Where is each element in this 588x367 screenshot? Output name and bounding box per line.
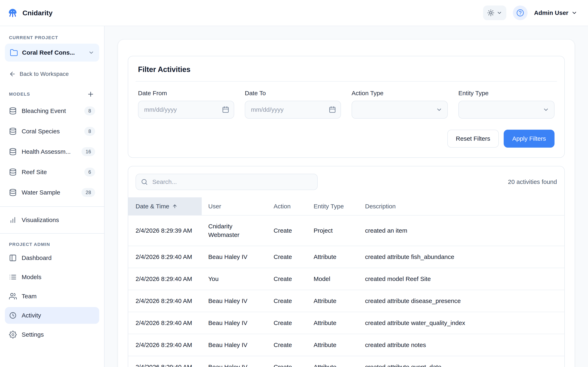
action-type-select[interactable] <box>352 101 448 119</box>
cell-datetime: 2/4/2026 8:29:39 AM <box>128 215 202 246</box>
activities-count: 20 activities found <box>508 178 557 185</box>
model-count-badge: 8 <box>84 106 95 115</box>
header-actions: Admin User <box>483 6 577 20</box>
activity-row: 2/4/2026 8:29:40 AM Beau Haley IV Create… <box>128 312 564 334</box>
sidebar-model-item[interactable]: Coral Species 8 <box>5 122 99 140</box>
cell-datetime: 2/4/2026 8:29:40 AM <box>128 356 202 367</box>
cell-user: Cnidarity Webmaster <box>202 215 267 246</box>
date-to-field: Date To <box>245 90 341 120</box>
sidebar-model-item[interactable]: Reef Site 6 <box>5 163 99 181</box>
model-count-badge: 28 <box>81 188 95 197</box>
sidebar-divider <box>0 233 104 234</box>
activity-row: 2/4/2026 8:29:40 AM Beau Haley IV Create… <box>128 246 564 268</box>
sidebar-item-settings[interactable]: Settings <box>5 326 99 343</box>
database-icon <box>9 168 17 176</box>
brand: Cnidarity <box>7 7 52 19</box>
cell-user: Beau Haley IV <box>202 334 267 356</box>
model-name: Water Sample <box>22 189 60 196</box>
entity-type-field: Entity Type <box>458 90 554 120</box>
add-model-button[interactable] <box>86 90 95 99</box>
model-count-badge: 6 <box>84 167 95 176</box>
cell-entity-type: Attribute <box>307 356 359 367</box>
apply-filters-button[interactable]: Apply Filters <box>504 130 554 148</box>
action-type-field: Action Type <box>352 90 448 120</box>
date-from-input[interactable] <box>138 101 234 119</box>
app-root: Cnidarity Admin User <box>0 0 588 367</box>
cell-action: Create <box>267 334 307 356</box>
project-name: Coral Reef Cons... <box>22 49 75 56</box>
sidebar-divider <box>0 206 104 207</box>
cell-user: Beau Haley IV <box>202 246 267 268</box>
cell-datetime: 2/4/2026 8:29:40 AM <box>128 246 202 268</box>
reset-filters-button[interactable]: Reset Filters <box>447 130 499 148</box>
model-count-badge: 8 <box>84 127 95 136</box>
cell-entity-type: Model <box>307 268 359 290</box>
database-icon <box>9 127 17 135</box>
activities-table: Date & Time User Action Entity Type <box>128 197 564 367</box>
sidebar-model-item[interactable]: Health Assessm... 16 <box>5 143 99 161</box>
column-header-action[interactable]: Action <box>267 197 307 215</box>
models-section-header: MODELS <box>5 87 99 102</box>
sidebar-item-visualizations[interactable]: Visualizations <box>5 212 99 228</box>
sidebar-item-team[interactable]: Team <box>5 288 99 305</box>
filter-fields: Date From Date To <box>128 82 564 124</box>
activity-row: 2/4/2026 8:29:40 AM Beau Haley IV Create… <box>128 290 564 312</box>
arrow-left-icon <box>9 71 16 77</box>
sidebar-item-models[interactable]: Models <box>5 269 99 285</box>
sidebar-item-dashboard[interactable]: Dashboard <box>5 250 99 266</box>
column-header-entity-type[interactable]: Entity Type <box>307 197 359 215</box>
project-selector[interactable]: Coral Reef Cons... <box>5 44 99 62</box>
team-icon <box>9 292 17 300</box>
cell-description: created attribute fish_abundance <box>359 246 564 268</box>
filter-actions: Reset Filters Apply Filters <box>128 124 564 157</box>
models-label: MODELS <box>9 92 30 97</box>
sidebar-model-item[interactable]: Bleaching Event 8 <box>5 102 99 120</box>
sun-icon <box>487 9 494 17</box>
cell-description: created an item <box>359 215 564 246</box>
help-button[interactable] <box>513 6 527 20</box>
sidebar-item-activity[interactable]: Activity <box>5 307 99 324</box>
main-content: Filter Activities Date From <box>104 26 588 367</box>
cell-action: Create <box>267 290 307 312</box>
date-to-input[interactable] <box>245 101 341 119</box>
model-count-badge: 16 <box>81 147 95 156</box>
cell-datetime: 2/4/2026 8:29:40 AM <box>128 290 202 312</box>
entity-type-select[interactable] <box>458 101 554 119</box>
chevron-down-icon <box>88 50 94 56</box>
date-to-label: Date To <box>245 90 341 97</box>
back-to-workspace-link[interactable]: Back to Workspace <box>5 67 73 81</box>
column-header-date-time[interactable]: Date & Time <box>128 197 202 215</box>
column-header-user[interactable]: User <box>202 197 267 215</box>
cell-datetime: 2/4/2026 8:29:40 AM <box>128 334 202 356</box>
cell-user: You <box>202 268 267 290</box>
database-icon <box>9 148 17 156</box>
date-from-label: Date From <box>138 90 234 97</box>
database-icon <box>9 189 17 196</box>
column-header-description[interactable]: Description <box>359 197 564 215</box>
theme-toggle-button[interactable] <box>483 6 506 20</box>
model-name: Coral Species <box>22 128 60 135</box>
sidebar-model-item[interactable]: Water Sample 28 <box>5 184 99 201</box>
cell-action: Create <box>267 268 307 290</box>
chevron-down-icon <box>571 10 577 16</box>
user-name: Admin User <box>534 9 568 16</box>
app-title: Cnidarity <box>22 9 52 17</box>
sort-asc-icon <box>172 204 177 209</box>
chevron-down-icon <box>497 10 502 16</box>
chevron-down-icon <box>543 106 549 113</box>
database-icon <box>9 107 17 115</box>
cell-entity-type: Attribute <box>307 290 359 312</box>
user-menu[interactable]: Admin User <box>534 9 577 16</box>
activities-table-card: 20 activities found Date & Time <box>128 166 565 367</box>
model-name: Bleaching Event <box>22 108 66 114</box>
help-icon <box>516 9 524 17</box>
bar-chart-icon <box>9 216 17 224</box>
chevron-down-icon <box>436 106 442 113</box>
jellyfish-logo-icon <box>7 7 19 19</box>
entity-type-label: Entity Type <box>458 90 554 97</box>
cell-description: created attribute event_date <box>359 356 564 367</box>
project-admin-label: PROJECT ADMIN <box>5 239 99 250</box>
model-name: Reef Site <box>22 169 47 175</box>
cell-description: created attribute disease_presence <box>359 290 564 312</box>
search-input[interactable] <box>136 174 318 190</box>
